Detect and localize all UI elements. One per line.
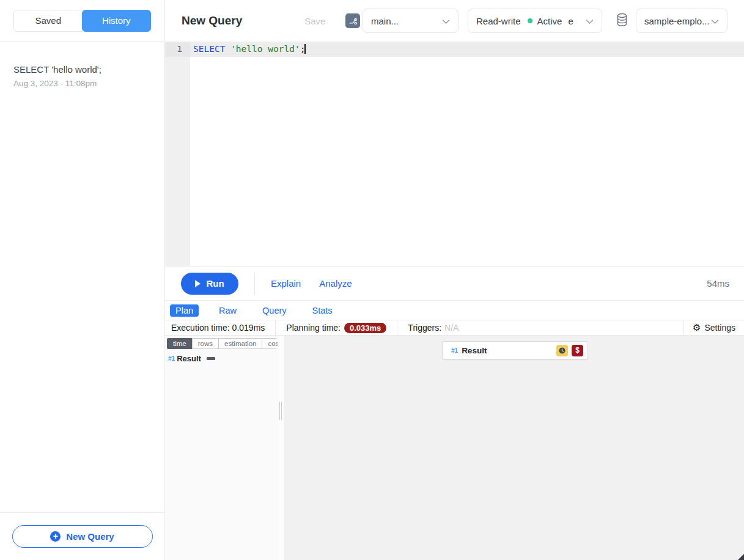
run-toolbar: Run Explain Analyze 54ms — [165, 266, 744, 301]
triggers-value: N/A — [444, 323, 459, 333]
history-timestamp: Aug 3, 2023 - 11:08pm — [13, 79, 151, 88]
node-name: Result — [177, 354, 201, 363]
database-dropdown-value: sample-emplo... — [644, 16, 710, 26]
history-item[interactable]: SELECT 'hello world'; Aug 3, 2023 - 11:0… — [13, 64, 151, 88]
plan-tree-panel: time rows estimation cost #1 Result — [165, 336, 279, 560]
query-sidebar: Saved History SELECT 'hello world'; Aug … — [0, 0, 165, 560]
editor-gutter — [165, 57, 190, 266]
plan-flow-node[interactable]: #1 Result $ — [442, 341, 588, 359]
connection-mode: Read-write — [476, 16, 521, 26]
chevron-down-icon — [586, 16, 594, 26]
metric-time[interactable]: time — [167, 338, 193, 349]
dollar-icon: $ — [572, 345, 583, 356]
connection-status: Active — [537, 16, 562, 26]
planning-time-badge: 0.033ms — [344, 323, 386, 333]
panel-resize-handle[interactable] — [279, 336, 284, 560]
new-query-button[interactable]: + New Query — [12, 525, 153, 548]
connection-mode-dropdown[interactable]: Read-write Active e — [468, 9, 602, 33]
execution-time-text: Execution time: 0.019ms — [171, 323, 265, 333]
play-icon — [195, 280, 201, 287]
top-bar: New Query Save main... — [165, 0, 744, 42]
sql-editor[interactable]: 1 SELECT 'hello world'; — [165, 42, 744, 266]
history-query-text: SELECT 'hello world'; — [13, 64, 151, 76]
node-index: #1 — [168, 355, 175, 362]
main-panel: New Query Save main... — [165, 0, 744, 560]
metric-cost[interactable]: cost — [262, 338, 278, 349]
result-tabs: Plan Raw Query Stats — [165, 301, 744, 320]
time-bar — [207, 357, 215, 360]
branch-dropdown[interactable]: main... — [363, 9, 459, 33]
page-title: New Query — [182, 14, 242, 28]
tab-stats[interactable]: Stats — [307, 304, 338, 317]
git-branch-icon[interactable] — [345, 13, 360, 28]
planning-time-label: Planning time: — [286, 323, 341, 333]
divider — [254, 273, 255, 295]
editor-line-1[interactable]: 1 SELECT 'hello world'; — [165, 42, 744, 57]
run-button-label: Run — [206, 278, 224, 289]
execution-time: Execution time: 0.019ms — [165, 320, 276, 335]
execution-stats-bar: Execution time: 0.019ms Planning time: 0… — [165, 320, 744, 336]
database-dropdown[interactable]: sample-emplo... — [636, 9, 727, 33]
analyze-button[interactable]: Analyze — [319, 278, 352, 289]
plan-visualizer: time rows estimation cost #1 Result — [165, 336, 744, 560]
chevron-down-icon — [442, 16, 450, 26]
run-button[interactable]: Run — [181, 273, 238, 295]
drag-grip-icon — [279, 402, 282, 420]
plan-flow-canvas[interactable]: #1 Result $ — [284, 336, 744, 560]
metric-estimation[interactable]: estimation — [218, 338, 262, 349]
metric-toggle: time rows estimation cost — [167, 338, 278, 349]
save-button[interactable]: Save — [304, 16, 325, 26]
sidebar-footer: + New Query — [0, 512, 164, 560]
settings-button[interactable]: ⚙ Settings — [683, 320, 744, 335]
triggers-label: Triggers: — [408, 323, 441, 333]
tab-history[interactable]: History — [82, 10, 152, 32]
history-list: SELECT 'hello world'; Aug 3, 2023 - 11:0… — [0, 42, 164, 512]
node-badges: $ — [556, 345, 583, 356]
status-dot-icon — [528, 18, 532, 23]
new-query-button-label: New Query — [66, 531, 114, 542]
plus-icon: + — [50, 531, 61, 542]
app-window: Saved History SELECT 'hello world'; Aug … — [0, 0, 744, 560]
metric-rows[interactable]: rows — [192, 338, 219, 349]
saved-history-toggle: Saved History — [13, 10, 151, 32]
text-cursor — [304, 44, 306, 54]
tab-saved[interactable]: Saved — [13, 10, 83, 32]
tab-query[interactable]: Query — [257, 304, 292, 317]
connection-controls: main... Read-write Active e — [345, 9, 727, 33]
database-icon — [616, 13, 628, 29]
explain-button[interactable]: Explain — [271, 278, 301, 289]
plan-tree-node[interactable]: #1 Result — [167, 354, 279, 363]
sql-space — [225, 44, 230, 54]
tab-raw[interactable]: Raw — [213, 304, 242, 317]
tab-plan[interactable]: Plan — [170, 304, 199, 317]
settings-label: Settings — [704, 323, 735, 333]
query-duration: 54ms — [707, 278, 729, 289]
sidebar-header: Saved History — [0, 0, 164, 42]
sql-keyword: SELECT — [193, 44, 225, 54]
gear-icon: ⚙ — [693, 322, 701, 333]
branch-dropdown-value: main... — [371, 16, 399, 26]
chevron-down-icon — [711, 16, 719, 26]
clock-icon — [556, 345, 568, 356]
code-line[interactable]: SELECT 'hello world'; — [190, 42, 744, 57]
triggers: Triggers: N/A — [397, 320, 469, 335]
planning-time: Planning time: 0.033ms — [276, 320, 397, 335]
connection-truncated-text: e — [568, 16, 573, 26]
line-number: 1 — [165, 42, 190, 57]
node-index: #1 — [451, 347, 458, 354]
node-name: Result — [462, 346, 487, 355]
window-resize-grip[interactable] — [738, 554, 744, 560]
sql-string: 'hello world' — [230, 44, 300, 54]
